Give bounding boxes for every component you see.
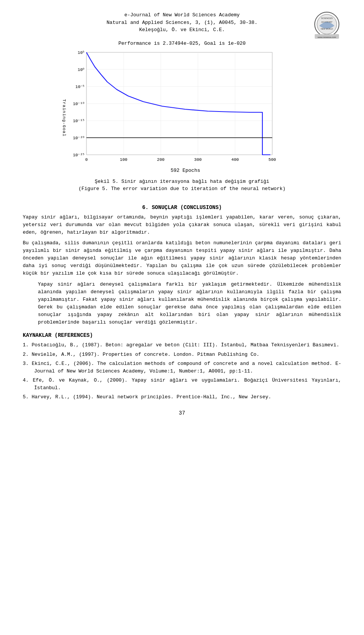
figure-caption-en: (Figure 5. The error variation due to it…	[23, 186, 341, 192]
svg-text:10⁻⁵: 10⁻⁵	[75, 85, 84, 89]
header-line1: e-Journal of New World Sciences Academy	[23, 11, 341, 19]
svg-text:500: 500	[268, 157, 276, 162]
epochs-label: 592 Epochs	[171, 168, 200, 173]
header-line3: Keleşoğlu, Ö. ve Ekinci, C.E.	[23, 26, 341, 34]
performance-chart: 10⁵ 10⁰ 10⁻⁵ 10⁻¹⁰ 10⁻¹⁵ 10⁻²⁰ 10⁻²⁵ 0 1…	[67, 49, 280, 166]
journal-logo: SCIENCES ACADEMY NEW WORLD www.newwsa.co…	[312, 11, 342, 41]
x-axis-label: 592 Epochs	[67, 168, 303, 173]
reference-1: 1. Postacıoğlu, B., (1987). Beton: agreg…	[23, 341, 341, 349]
chart-title: Performance is 2.37494e-025, Goal is 1e-…	[118, 41, 245, 46]
svg-text:10⁰: 10⁰	[78, 68, 85, 72]
page-header: e-Journal of New World Sciences Academy …	[23, 11, 341, 34]
chart-wrapper: Training-Goal	[61, 49, 303, 176]
svg-text:400: 400	[231, 157, 239, 162]
figure-caption-tr: Şekil 5. Sinir ağının iterasyona bağlı h…	[23, 179, 341, 184]
y-axis-label: Training-Goal	[61, 49, 67, 176]
svg-text:SCIENCES: SCIENCES	[321, 17, 333, 19]
reference-2: 2. Nevielle, A.M., (1997). Properties of…	[23, 351, 341, 358]
reference-3: 3. Ekinci, C.E., (2006). The calculation…	[23, 360, 341, 375]
svg-text:www.newwsa.com: www.newwsa.com	[317, 36, 336, 38]
svg-text:200: 200	[157, 157, 165, 162]
reference-5: 5. Harvey, R.L., (1994). Neural network …	[23, 393, 341, 401]
svg-text:100: 100	[120, 157, 127, 162]
page: e-Journal of New World Sciences Academy …	[0, 0, 364, 635]
svg-text:10⁻¹⁰: 10⁻¹⁰	[73, 102, 85, 106]
references-title: KAYNAKLAR (REFERENCES)	[23, 332, 341, 338]
reference-4: 4. Efe, Ö. ve Kaynak, O., (2000). Yapay …	[23, 377, 341, 392]
svg-text:0: 0	[85, 157, 88, 162]
chart-inner: 10⁵ 10⁰ 10⁻⁵ 10⁻¹⁰ 10⁻¹⁵ 10⁻²⁰ 10⁻²⁵ 0 1…	[67, 49, 303, 176]
page-number: 37	[23, 410, 341, 416]
paragraph-2: Bu çalışmada, silis dumanının çeşitli or…	[23, 239, 341, 278]
paragraph-1: Yapay sinir ağları, bilgisayar ortamında…	[23, 214, 341, 236]
svg-text:10⁻²⁵: 10⁻²⁵	[73, 153, 84, 157]
svg-text:300: 300	[194, 157, 202, 162]
svg-text:10⁻²⁰: 10⁻²⁰	[73, 136, 85, 140]
paragraph-3: Yapay sinir ağları deneysel çalışmalara …	[38, 281, 341, 327]
header-line2: Natural and Applied Sciences, 3, (1), A0…	[23, 19, 341, 27]
svg-text:10⁵: 10⁵	[78, 50, 84, 55]
chart-section: Performance is 2.37494e-025, Goal is 1e-…	[23, 41, 341, 176]
section6-title: 6. SONUÇLAR (CONCLUSIONS)	[23, 204, 341, 211]
svg-text:10⁻¹⁵: 10⁻¹⁵	[73, 119, 84, 123]
svg-text:NEW WORLD: NEW WORLD	[321, 28, 333, 30]
